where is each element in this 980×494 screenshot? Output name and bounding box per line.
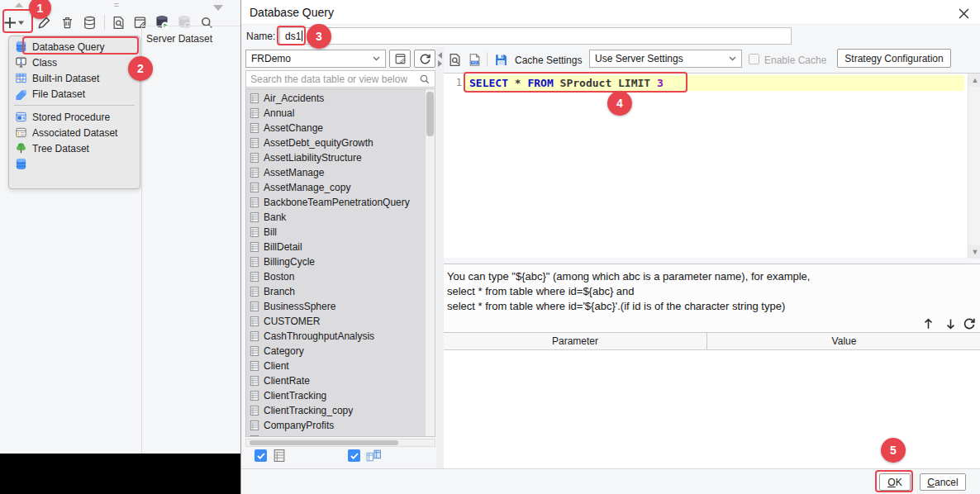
builtin-dataset-icon [15, 72, 27, 84]
sql-file-icon[interactable]: SQL [467, 52, 482, 67]
table-list-item[interactable]: Annual [246, 106, 435, 121]
table-list-item[interactable]: CashThroughputAnalysis [246, 329, 435, 344]
table-list-item[interactable]: CompanyProfits [246, 418, 435, 433]
table-list-item[interactable]: Branch [246, 284, 435, 299]
menu-item-file-dataset[interactable]: File Dataset [9, 86, 140, 102]
dialog-title: Database Query [250, 0, 334, 25]
table-icon [250, 241, 259, 253]
table-list-item[interactable]: Bank [246, 210, 435, 225]
table-label: AssetManage [264, 167, 324, 178]
views-filter-checkbox[interactable] [348, 449, 360, 462]
save-icon[interactable] [493, 52, 508, 67]
table-label: AssetManage_copy [264, 182, 350, 193]
table-list-item-partial[interactable] [246, 433, 435, 437]
table-icon [250, 137, 259, 149]
table-list-item[interactable]: BillingCycle [246, 254, 435, 269]
table-list-item[interactable]: AssetChange [246, 121, 435, 135]
add-dataset-button[interactable] [0, 12, 28, 32]
pane-splitter[interactable] [436, 47, 444, 468]
tables-filter-checkbox[interactable] [255, 449, 267, 462]
drag-handle-icon[interactable]: = [114, 1, 119, 10]
scroll-up-icon[interactable]: ▲ [968, 74, 980, 87]
stop-database-button[interactable] [174, 12, 194, 32]
preview-dataset-button[interactable] [108, 12, 128, 32]
table-list-item[interactable]: ClientTracking_copy [246, 403, 435, 418]
table-label: Air_Accidents [264, 93, 324, 104]
sql-token: 3 [657, 77, 664, 89]
menu-item-database-query[interactable]: Database Query [9, 39, 140, 55]
search-dataset-button[interactable] [197, 12, 216, 32]
table-icon [250, 167, 259, 178]
menu-item-database-extra[interactable] [9, 156, 140, 172]
run-database-button[interactable] [152, 12, 172, 32]
connection-select[interactable]: FRDemo [245, 50, 386, 68]
file-dataset-icon [15, 88, 27, 100]
scroll-down-icon[interactable]: ▼ [968, 245, 980, 259]
horizontal-scrollbar[interactable] [245, 439, 435, 447]
table-icon [250, 420, 259, 431]
move-up-icon[interactable] [921, 316, 935, 331]
edit-connection-button[interactable] [130, 12, 150, 32]
menu-item-tree-dataset[interactable]: Tree Dataset [9, 140, 140, 156]
vertical-scrollbar[interactable] [425, 89, 435, 436]
menu-item-class[interactable]: Class [9, 55, 140, 70]
preview-sql-button[interactable] [447, 52, 462, 67]
table-list-item[interactable]: Client [246, 359, 435, 373]
table-list-item[interactable]: Boston [246, 269, 435, 284]
cancel-button[interactable]: Cancel [920, 473, 966, 491]
table-icon [250, 360, 259, 372]
strategy-configuration-button[interactable]: Strategy Configuration [837, 49, 951, 68]
refresh-parameters-icon[interactable] [962, 316, 977, 331]
hint-line: select * from table where id='${abc}'.(i… [447, 299, 980, 314]
menu-item-associated-dataset[interactable]: Associated Dataset [9, 125, 140, 140]
column-header-value[interactable]: Value [707, 333, 980, 349]
delete-dataset-button[interactable] [57, 12, 77, 32]
page-edit-icon [394, 53, 407, 65]
name-input[interactable]: ds1 [279, 27, 792, 45]
vertical-scrollbar[interactable]: ▲ ▼ [968, 74, 980, 259]
column-header-parameter[interactable]: Parameter [444, 333, 707, 349]
table-icon [250, 330, 259, 342]
tab-server-dataset[interactable]: Server Dataset [146, 33, 212, 45]
menu-item-stored-procedure[interactable]: Stored Procedure [9, 109, 140, 125]
sql-current-line[interactable]: SELECT * FROM SProduct LIMIT 3 [465, 75, 964, 91]
table-list-item[interactable]: Category [246, 344, 435, 359]
table-list-item[interactable]: Bill [246, 225, 435, 240]
table-icon [250, 226, 259, 238]
table-icon [250, 122, 259, 134]
close-icon[interactable] [956, 6, 971, 21]
table-list-item[interactable]: ClientRate [246, 373, 435, 388]
table-list-item[interactable]: AssetManage_copy [246, 180, 435, 195]
views-filter [348, 449, 382, 463]
panel-divider [141, 26, 142, 454]
search-input[interactable]: Search the data table or view below [245, 70, 435, 88]
table-list-item[interactable]: Air_Accidents [246, 91, 435, 106]
sql-editor[interactable]: 1 SELECT * FROM SProduct LIMIT 3 ▲ ▼ [444, 73, 980, 258]
collapse-right-icon[interactable] [438, 60, 442, 67]
table-list-item[interactable]: CUSTOMER [246, 314, 435, 329]
refresh-connection-button[interactable] [414, 50, 435, 68]
move-down-icon[interactable] [943, 316, 958, 331]
enable-cache-checkbox[interactable] [749, 54, 759, 64]
table-list-item[interactable]: BillDetail [246, 240, 435, 254]
edit-connection-button[interactable] [389, 50, 411, 68]
table-icon [250, 375, 259, 387]
cache-settings-select[interactable]: Use Server Settings [589, 50, 742, 68]
scrollbar-thumb[interactable] [426, 92, 434, 136]
copy-dataset-button[interactable] [79, 12, 99, 32]
tables-filter [255, 449, 286, 463]
table-label: ClientRate [264, 375, 310, 387]
table-list-item[interactable]: BusinessSphere [246, 299, 435, 314]
table-list-item[interactable]: ClientTracking [246, 388, 435, 403]
table-list-item[interactable]: AssetDebt_equityGrowth [246, 135, 435, 150]
table-list-item[interactable]: AssetManage [246, 165, 435, 180]
table-icon [250, 435, 259, 437]
table-list-item[interactable]: AssetLiabilityStructure [246, 150, 435, 165]
dialog-titlebar: Database Query [241, 0, 980, 25]
collapse-up-icon[interactable] [15, 2, 23, 7]
ok-button[interactable]: OK [879, 473, 911, 491]
scrollbar-thumb[interactable] [250, 440, 398, 445]
table-list-item[interactable]: BackboneTeamPenetrationQuery [246, 195, 435, 210]
collapse-left-icon[interactable] [438, 52, 442, 59]
menu-item-builtin-dataset[interactable]: Built-in Dataset [9, 70, 140, 86]
